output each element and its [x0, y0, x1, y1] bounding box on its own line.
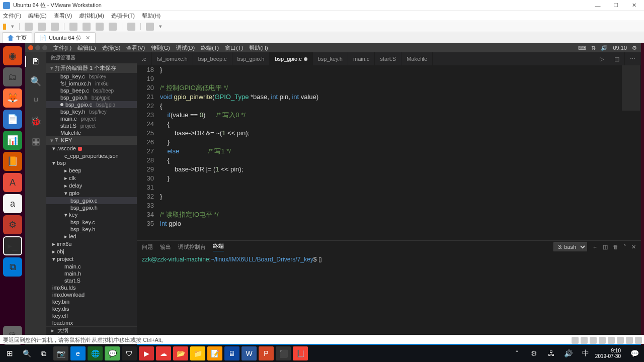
- tray-icon[interactable]: ⚙: [527, 346, 542, 360]
- terminal-icon[interactable]: ▸_: [3, 236, 22, 255]
- search-button[interactable]: 🔍: [19, 346, 34, 360]
- toolbar-button[interactable]: [96, 23, 104, 31]
- tree-item[interactable]: bsp_gpio.c: [46, 197, 137, 204]
- gear-icon[interactable]: ⚙: [632, 45, 637, 51]
- terminal-body[interactable]: zzk@zzk-virtual-machine:~/linux/IMX6ULL/…: [137, 253, 641, 336]
- editor-tab[interactable]: main.c: [348, 52, 375, 65]
- keyboard-icon[interactable]: ⌨: [578, 45, 586, 51]
- taskbar-app[interactable]: 📂: [173, 346, 188, 360]
- open-editor-item[interactable]: bsp_gpio.cbsp/gpio: [46, 101, 137, 108]
- taskbar-vmware[interactable]: 🖥: [224, 346, 239, 360]
- vm-menu-item[interactable]: 查看(V): [54, 12, 72, 20]
- tray-sound-icon[interactable]: 🔊: [561, 346, 576, 360]
- toolbar-button[interactable]: [109, 23, 117, 31]
- notifications-icon[interactable]: 💬: [627, 346, 642, 360]
- editor-tab[interactable]: bsp_gpio.h: [232, 52, 270, 65]
- tree-item[interactable]: imxdownload: [46, 291, 137, 298]
- close-button[interactable]: ✕: [627, 1, 641, 10]
- open-editor-item[interactable]: bsp_gpio.hbsp/gpio: [46, 94, 137, 101]
- tray-ime-icon[interactable]: 中: [578, 346, 593, 360]
- open-editors-header[interactable]: 打开的编辑器 1 个未保存: [46, 63, 137, 73]
- toolbar-button[interactable]: [127, 23, 135, 31]
- tray-icon[interactable]: [590, 337, 597, 344]
- terminal-shell-select[interactable]: 3: bash: [553, 242, 587, 251]
- taskview-button[interactable]: ⧉: [36, 346, 51, 360]
- host-clock[interactable]: 9:102019-07-30: [595, 348, 625, 359]
- editor-tab[interactable]: bsp_key.h: [313, 52, 348, 65]
- taskbar-word[interactable]: W: [242, 346, 257, 360]
- editor-tab[interactable]: bsp_beep.c: [193, 52, 232, 65]
- chevron-up-icon[interactable]: ˄: [623, 244, 626, 250]
- editor-tab[interactable]: start.S: [375, 52, 401, 65]
- editor-tab[interactable]: .c: [137, 52, 152, 65]
- max-icon[interactable]: [42, 45, 47, 50]
- vscode-menu-item[interactable]: 选择(S): [102, 44, 121, 52]
- new-terminal-icon[interactable]: ＋: [592, 243, 598, 251]
- tree-item[interactable]: ▾ gpio: [46, 190, 137, 197]
- terminal-tab[interactable]: 输出: [160, 243, 171, 251]
- vscode-menu-item[interactable]: 调试(D): [176, 44, 195, 52]
- writer-icon[interactable]: 📄: [3, 110, 22, 129]
- open-editor-item[interactable]: start.Sproject: [46, 122, 137, 129]
- taskbar-app[interactable]: ▶: [139, 346, 154, 360]
- vm-menu-item[interactable]: 文件(F): [3, 12, 21, 20]
- outline-header[interactable]: ▸ 大纲: [46, 326, 137, 334]
- vscode-icon[interactable]: ⧉: [3, 257, 22, 277]
- tree-item[interactable]: ▸ led: [46, 233, 137, 240]
- git-icon[interactable]: ⑂: [33, 96, 39, 107]
- tree-item[interactable]: main.c: [46, 263, 137, 270]
- taskbar-app[interactable]: 📷: [53, 346, 68, 360]
- vscode-menu-item[interactable]: 窗口(T): [225, 44, 243, 52]
- code-editor[interactable]: 181920212223242526272829303132333435 } /…: [137, 65, 641, 240]
- explorer-icon[interactable]: 🗎: [25, 56, 46, 67]
- sound-icon[interactable]: 🔊: [601, 45, 608, 51]
- vscode-menu-item[interactable]: 终端(T): [201, 44, 219, 52]
- calc-icon[interactable]: 📊: [3, 131, 22, 150]
- vscode-menu-item[interactable]: 编辑(E): [77, 44, 96, 52]
- taskbar-app[interactable]: 📝: [207, 346, 222, 360]
- tree-item[interactable]: bsp_gpio.h: [46, 204, 137, 211]
- toolbar-button[interactable]: [146, 23, 154, 31]
- open-editor-item[interactable]: bsp_key.cbsp/key: [46, 73, 137, 80]
- open-editor-item[interactable]: bsp_beep.cbsp/beep: [46, 87, 137, 94]
- editor-tab[interactable]: Makefile: [401, 52, 433, 65]
- tree-item[interactable]: main.h: [46, 270, 137, 277]
- tray-network-icon[interactable]: 🖧: [544, 346, 559, 360]
- tree-item[interactable]: imx6u.lds: [46, 284, 137, 291]
- open-editor-item[interactable]: Makefile: [46, 129, 137, 136]
- extensions-icon[interactable]: ▦: [32, 136, 40, 147]
- tray-icon[interactable]: [626, 337, 633, 344]
- minimap[interactable]: [622, 65, 640, 111]
- tree-item[interactable]: ▸ clk: [46, 174, 137, 182]
- search-icon[interactable]: 🔍: [30, 76, 41, 87]
- network-icon[interactable]: ⇅: [591, 45, 596, 51]
- close-icon[interactable]: [28, 45, 33, 50]
- vm-menu-item[interactable]: 选项卡(T): [111, 12, 135, 20]
- tray-icon[interactable]: [581, 337, 588, 344]
- tray-icon[interactable]: [572, 337, 579, 344]
- open-editor-item[interactable]: main.cproject: [46, 115, 137, 122]
- vscode-menu-item[interactable]: 转到(G): [151, 44, 170, 52]
- terminal-tab[interactable]: 调试控制台: [178, 243, 206, 251]
- taskbar-app[interactable]: 🛡: [122, 346, 137, 360]
- start-button[interactable]: ⊞: [2, 346, 17, 360]
- taskbar-app[interactable]: ⬛: [276, 346, 291, 360]
- vscode-menu-item[interactable]: 帮助(H): [249, 44, 268, 52]
- split-terminal-icon[interactable]: ◫: [603, 244, 608, 250]
- tray-icon[interactable]: [599, 337, 606, 344]
- tree-item[interactable]: c_cpp_properties.json: [46, 152, 137, 159]
- tree-item[interactable]: ▾ .vscode: [46, 145, 137, 152]
- tree-item[interactable]: bsp_key.c: [46, 219, 137, 226]
- maximize-button[interactable]: ☐: [609, 1, 623, 10]
- impress-icon[interactable]: 📙: [3, 152, 22, 171]
- min-icon[interactable]: [35, 45, 40, 50]
- ubuntu-dash-icon[interactable]: ◉: [3, 46, 22, 65]
- more-icon[interactable]: ⋯: [625, 52, 641, 65]
- tab-guest[interactable]: 📄 Ubuntu 64 位 ✕: [34, 32, 96, 43]
- toolbar-button[interactable]: [51, 23, 59, 31]
- close-terminal-icon[interactable]: ✕: [631, 244, 636, 250]
- toolbar-button[interactable]: [38, 23, 46, 31]
- tree-item[interactable]: key.elf: [46, 312, 137, 319]
- trash-terminal-icon[interactable]: 🗑: [613, 244, 618, 250]
- vm-menu-item[interactable]: 编辑(E): [28, 12, 47, 20]
